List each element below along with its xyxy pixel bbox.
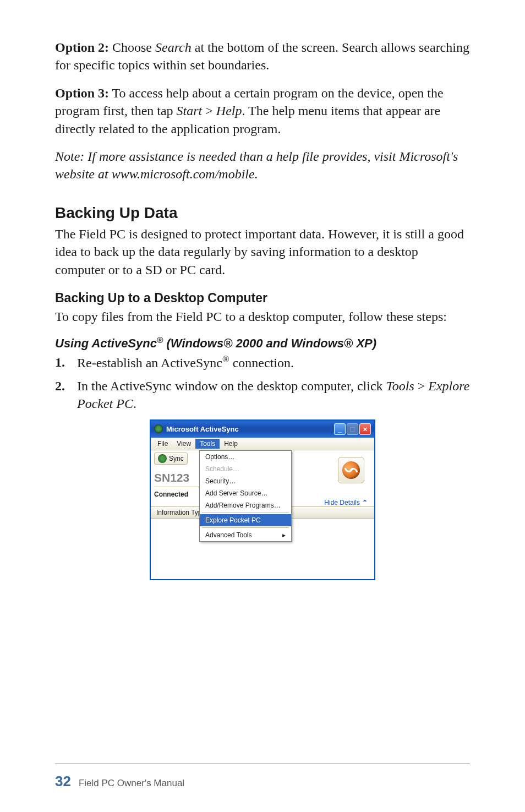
hide-details-link[interactable]: Hide Details ⌃ — [324, 499, 367, 506]
close-button[interactable]: × — [359, 423, 371, 435]
option-2-label: Option 2: — [55, 40, 109, 55]
window-title: Microsoft ActiveSync — [166, 425, 239, 433]
step-2: 2. In the ActiveSync window on the deskt… — [55, 377, 470, 413]
submenu-arrow-icon: ▸ — [282, 531, 286, 539]
activesync-logo — [338, 457, 364, 483]
menu-explore[interactable]: Explore Pocket PC — [200, 514, 291, 526]
option-2-paragraph: Option 2: Choose Search at the bottom of… — [55, 39, 470, 74]
device-name: SN123 — [154, 471, 199, 487]
desktop-heading: Backing Up to a Desktop Computer — [55, 291, 470, 306]
option-3-paragraph: Option 3: To access help about a certain… — [55, 84, 470, 138]
app-icon — [154, 424, 163, 433]
maximize-button[interactable]: □ — [347, 423, 358, 435]
menu-help[interactable]: Help — [220, 439, 242, 449]
footer-text: Field PC Owner's Manual — [79, 778, 184, 789]
sync-button[interactable]: Sync — [154, 453, 188, 465]
steps-list: 1. Re-establish an ActiveSync® connectio… — [55, 353, 470, 413]
menu-tools[interactable]: Tools — [195, 439, 220, 449]
activesync-logo-icon — [342, 461, 360, 479]
desktop-intro: To copy files from the Field PC to a des… — [55, 308, 470, 325]
activesync-heading: Using ActiveSync® (Windows® 2000 and Win… — [55, 335, 470, 351]
menu-separator — [202, 527, 289, 528]
activesync-window: Microsoft ActiveSync _ □ × File View Too… — [150, 419, 375, 580]
page-number: 32 — [55, 773, 71, 790]
menubar: File View Tools Help — [151, 438, 374, 450]
menu-file[interactable]: File — [153, 439, 172, 449]
page-footer: 32 Field PC Owner's Manual — [55, 764, 470, 790]
note-paragraph: Note: If more assistance is needed than … — [55, 148, 470, 183]
option-3-label: Option 3: — [55, 86, 109, 100]
backing-up-heading: Backing Up Data — [55, 204, 470, 222]
menu-view[interactable]: View — [172, 439, 195, 449]
connection-status: Connected — [154, 491, 199, 498]
backing-up-intro: The Field PC is designed to protect impo… — [55, 225, 470, 279]
minimize-button[interactable]: _ — [334, 423, 346, 435]
step-1: 1. Re-establish an ActiveSync® connectio… — [55, 353, 470, 372]
sync-icon — [158, 454, 167, 463]
menu-advanced[interactable]: Advanced Tools ▸ — [200, 529, 291, 541]
menu-separator — [202, 513, 289, 513]
chevron-up-icon: ⌃ — [362, 499, 367, 506]
titlebar: Microsoft ActiveSync _ □ × — [151, 421, 374, 438]
